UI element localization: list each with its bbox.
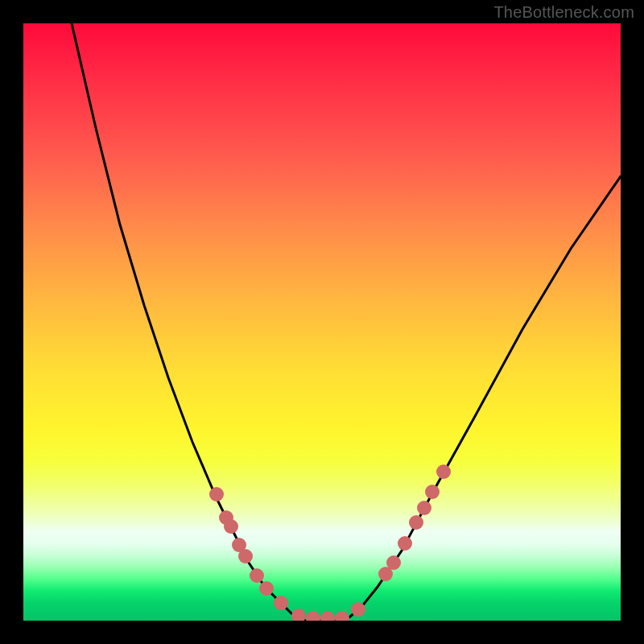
- data-dot: [425, 485, 440, 499]
- chart-frame: [23, 23, 621, 621]
- data-dot: [209, 487, 224, 502]
- data-dot: [335, 611, 349, 621]
- data-dot: [306, 611, 320, 621]
- data-dot: [250, 568, 264, 583]
- data-dot: [320, 611, 335, 621]
- data-dot: [409, 515, 423, 530]
- credit-text: TheBottleneck.com: [493, 3, 634, 22]
- data-dot: [274, 596, 288, 610]
- data-dot: [224, 519, 238, 534]
- data-dot: [398, 536, 412, 551]
- data-dot: [259, 581, 274, 596]
- data-dot: [238, 549, 253, 564]
- data-dot: [417, 501, 431, 515]
- chart-overlay: [23, 23, 621, 621]
- dots-group: [209, 464, 451, 621]
- curve-right: [345, 176, 621, 621]
- data-dot: [386, 555, 401, 570]
- data-dot: [436, 464, 451, 479]
- data-dot: [291, 609, 306, 621]
- curve-left: [72, 23, 305, 621]
- data-dot: [351, 602, 365, 617]
